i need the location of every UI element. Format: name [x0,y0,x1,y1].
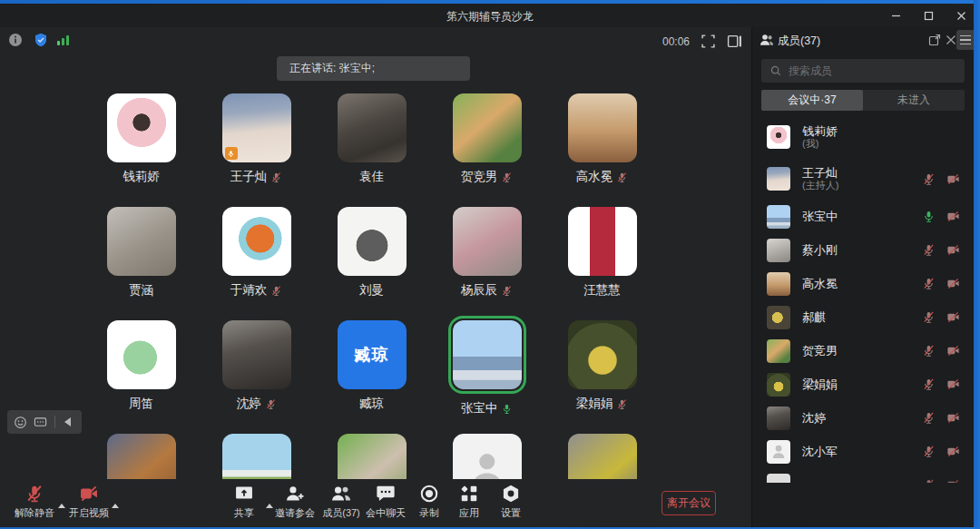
member-row[interactable]: 郝麒 [752,300,975,334]
settings-button[interactable]: 设置 [482,484,540,520]
participant-name: 张宝中 [461,400,514,416]
participant-avatar-frame [222,207,291,276]
title-bar: 第六期辅导员沙龙 [0,4,980,27]
collapse-arrow-icon[interactable] [64,417,71,426]
participant-avatar-frame [453,434,522,479]
participant-name: 杨辰辰 [461,282,514,299]
member-row[interactable]: 贺竞男 [752,334,975,367]
mic-muted-icon[interactable] [922,344,936,358]
mic-muted-icon[interactable] [922,172,936,186]
member-row[interactable]: 钱莉娇 (我) [752,116,975,158]
emoji-icon[interactable] [14,416,27,429]
share-screen-icon [234,484,254,504]
mic-muted-icon[interactable] [922,377,936,391]
camera-off-icon[interactable] [946,377,960,391]
unmute-button[interactable]: 解除静音 [5,484,64,520]
participant-tile[interactable] [199,434,314,479]
member-row[interactable]: 沈小军 [752,435,975,468]
participant-tile[interactable]: 贾涵 [83,207,199,320]
participant-tile[interactable] [314,434,429,479]
bottom-toolbar: 解除静音 开启视频 共享 邀请参会 [0,479,751,529]
share-screen-button[interactable]: 共享 [215,484,273,520]
member-controls [922,377,960,391]
participant-avatar [338,93,407,162]
member-controls [922,344,960,358]
participant-tile[interactable]: 梁娟娟 [544,320,660,434]
participant-tile[interactable]: 刘曼 [314,207,429,320]
participant-tile[interactable]: 杨辰辰 [429,207,544,320]
mic-muted-icon[interactable] [922,411,936,425]
camera-off-icon[interactable] [946,277,960,290]
mic-muted-icon[interactable] [922,478,936,483]
member-row[interactable]: 蔡小刚 [752,233,975,267]
camera-off-icon[interactable] [946,478,960,483]
camera-off-icon[interactable] [946,445,960,458]
participant-tile[interactable] [83,434,199,479]
camera-off-icon[interactable] [946,210,960,223]
search-box[interactable] [761,59,965,83]
participant-tile[interactable]: 王子灿 [199,93,314,207]
network-signal-icon[interactable] [56,33,71,47]
tab-in-meeting[interactable]: 会议中·37 [761,90,863,111]
participant-tile[interactable]: 袁佳 [314,93,429,207]
participant-tile[interactable]: 贺竞男 [429,93,544,207]
camera-off-icon[interactable] [946,172,960,186]
camera-off-icon[interactable] [946,243,960,257]
participant-avatar-frame [453,207,522,276]
participant-tile[interactable]: 张宝中 [429,320,544,434]
fullscreen-icon[interactable] [701,34,716,49]
popout-icon[interactable] [927,33,942,47]
sidebar-menu-icon[interactable] [956,30,975,50]
camera-off-icon[interactable] [946,310,960,324]
info-icon[interactable] [8,33,23,47]
participant-tile[interactable] [544,434,660,479]
video-options-caret[interactable] [112,504,119,508]
member-row[interactable]: 梁娟娟 [752,367,975,401]
mic-muted-icon [501,171,513,183]
member-text: 沈小军 [802,445,922,458]
mic-muted-icon[interactable] [922,445,936,458]
camera-off-icon[interactable] [946,344,960,358]
maximize-button[interactable] [915,6,942,25]
mic-muted-icon[interactable] [922,277,936,290]
member-row[interactable]: 高水冕 [752,267,975,300]
mic-muted-icon[interactable] [922,310,936,324]
participant-tile[interactable]: 高水冕 [544,93,660,207]
participant-avatar-frame [338,434,407,479]
member-controls [922,478,960,483]
participant-tile[interactable]: 沈婷 [199,320,314,434]
participant-avatar [338,434,407,479]
tab-not-joined[interactable]: 未进入 [863,90,965,111]
member-text: 贺竞男 [802,344,922,358]
close-button[interactable] [947,6,975,25]
participant-avatar-frame [448,316,526,394]
member-text: 郝麒 [802,310,922,324]
participant-tile[interactable]: 于靖欢 [199,207,314,320]
mic-muted-icon[interactable] [922,243,936,257]
camera-off-icon[interactable] [946,411,960,425]
participant-tile[interactable]: 臧琼 臧琼 [314,320,429,434]
member-row[interactable]: 王子灿 (主持人) [752,158,975,200]
status-bar: 00:06 [0,27,751,53]
member-name: 郝麒 [802,310,922,324]
leave-meeting-button[interactable]: 离开会议 [662,491,716,515]
participant-tile[interactable]: 周笛 [83,320,199,434]
member-avatar [767,306,790,329]
member-row[interactable]: 张宝中 [752,200,975,233]
member-avatar [767,239,790,262]
participant-tile[interactable] [429,434,544,479]
member-avatar [767,272,790,296]
participant-tile[interactable]: 钱莉娇 [83,93,199,207]
member-row[interactable] [752,468,975,483]
caption-chat-icon[interactable] [34,416,47,429]
search-input[interactable] [789,64,943,77]
minimize-button[interactable] [882,6,909,25]
camera-off-icon [79,484,99,504]
participant-tile[interactable]: 汪慧慧 [544,207,660,320]
apps-label: 应用 [459,506,479,520]
mic-speaking-icon[interactable] [922,210,936,223]
layout-toggle-icon[interactable] [727,34,742,49]
member-row[interactable]: 沈婷 [752,401,975,435]
security-shield-icon[interactable] [34,33,48,47]
start-video-button[interactable]: 开启视频 [60,484,118,520]
